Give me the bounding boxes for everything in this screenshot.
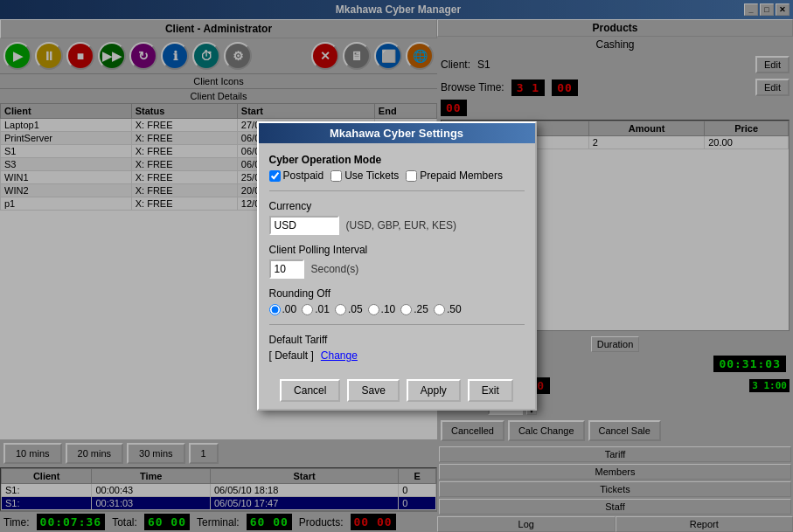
use-tickets-input[interactable]: [330, 170, 342, 182]
round-01[interactable]: .01: [302, 303, 330, 315]
apply-button[interactable]: Apply: [407, 379, 461, 402]
postpaid-label: Postpaid: [283, 169, 324, 182]
currency-hint: (USD, GBP, EUR, KES): [346, 219, 456, 231]
round-50[interactable]: .50: [434, 303, 462, 315]
round-10[interactable]: .10: [368, 303, 396, 315]
polling-unit: Second(s): [311, 263, 359, 275]
prepaid-members-label: Prepaid Members: [420, 169, 503, 182]
currency-label: Currency: [269, 200, 525, 212]
modal-footer: Cancel Save Apply Exit: [259, 372, 535, 409]
default-tariff-label: Default Tariff: [269, 334, 525, 346]
rounding-section: Rounding Off .00 .01 .05 .10 .25 .50: [269, 287, 525, 315]
postpaid-input[interactable]: [269, 170, 281, 182]
polling-row: Second(s): [269, 259, 525, 279]
modal-body: Cyber Operation Mode Postpaid Use Ticket…: [259, 143, 535, 372]
operation-mode-section: Cyber Operation Mode Postpaid Use Ticket…: [269, 154, 525, 182]
change-link[interactable]: Change: [321, 349, 358, 362]
save-button[interactable]: Save: [347, 379, 399, 402]
round-25[interactable]: .25: [400, 303, 428, 315]
round-05[interactable]: .05: [335, 303, 363, 315]
default-tariff-value: [ Default ]: [269, 349, 314, 362]
default-tariff-section: Default Tariff [ Default ] Change: [269, 334, 525, 362]
postpaid-checkbox[interactable]: Postpaid: [269, 169, 324, 182]
modal-title: Mkahawa Cyber Settings: [259, 123, 535, 143]
currency-section: Currency (USD, GBP, EUR, KES): [269, 200, 525, 235]
rounding-label: Rounding Off: [269, 287, 525, 300]
rounding-group: .00 .01 .05 .10 .25 .50: [269, 303, 525, 315]
polling-label: Client Polling Interval: [269, 244, 525, 256]
currency-row: (USD, GBP, EUR, KES): [269, 216, 525, 235]
polling-section: Client Polling Interval Second(s): [269, 244, 525, 279]
round-00[interactable]: .00: [269, 303, 297, 315]
default-tariff-row: [ Default ] Change: [269, 349, 525, 362]
exit-button[interactable]: Exit: [468, 379, 513, 402]
currency-input[interactable]: [269, 216, 339, 235]
use-tickets-checkbox[interactable]: Use Tickets: [330, 169, 399, 182]
polling-input[interactable]: [269, 259, 304, 279]
prepaid-members-input[interactable]: [406, 170, 417, 182]
settings-modal: Mkahawa Cyber Settings Cyber Operation M…: [257, 121, 537, 411]
operation-mode-label: Cyber Operation Mode: [269, 154, 525, 166]
modal-overlay: Mkahawa Cyber Settings Cyber Operation M…: [0, 0, 793, 532]
use-tickets-label: Use Tickets: [344, 169, 399, 182]
prepaid-members-checkbox[interactable]: Prepaid Members: [406, 169, 503, 182]
cancel-button[interactable]: Cancel: [280, 379, 340, 402]
operation-mode-row: Postpaid Use Tickets Prepaid Members: [269, 169, 525, 182]
